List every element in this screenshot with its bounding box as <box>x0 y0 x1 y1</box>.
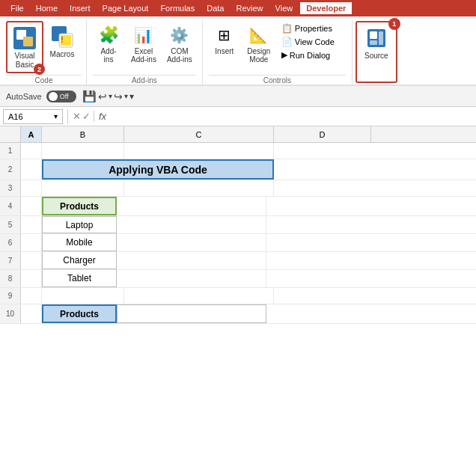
properties-button[interactable]: 📋 Properties <box>279 22 337 34</box>
autosave-toggle[interactable]: Off <box>46 91 76 102</box>
col-header-a[interactable]: A <box>21 126 42 142</box>
cell-d1[interactable] <box>274 143 371 159</box>
run-dialog-button[interactable]: ▶ Run Dialog <box>279 49 337 61</box>
cell-a3[interactable] <box>21 180 42 196</box>
macros-button[interactable]: ! Macros <box>45 21 79 61</box>
insert-control-button[interactable]: ⊞ Insert <box>209 21 240 66</box>
source-label: Source <box>364 52 388 60</box>
cell-b1[interactable] <box>42 143 124 159</box>
formula-input[interactable] <box>111 112 476 121</box>
menu-insert[interactable]: Insert <box>64 2 97 14</box>
cell-a2[interactable] <box>21 159 42 180</box>
run-dialog-label: Run Dialog <box>290 51 330 60</box>
cell-a1[interactable] <box>21 143 42 159</box>
svg-text:!: ! <box>61 36 63 44</box>
table-row: 7 Charger <box>0 252 476 270</box>
menu-file[interactable]: File <box>4 2 30 14</box>
menu-data[interactable]: Data <box>201 2 230 14</box>
cell-d8[interactable] <box>266 270 364 287</box>
excel-add-ins-button[interactable]: 📊 ExcelAdd-ins <box>127 21 160 66</box>
table-row: 3 <box>0 180 476 197</box>
cell-a7[interactable] <box>21 252 42 269</box>
cell-a6[interactable] <box>21 234 42 251</box>
cell-a4[interactable] <box>21 197 42 215</box>
row-num-2: 2 <box>0 159 21 180</box>
cell-a8[interactable] <box>21 270 42 287</box>
cell-b8[interactable]: Tablet <box>42 270 117 287</box>
com-add-ins-button[interactable]: ⚙️ COMAdd-ins <box>163 21 196 66</box>
cell-c4[interactable] <box>117 197 266 215</box>
cell-b7[interactable]: Charger <box>42 252 117 269</box>
menu-view[interactable]: View <box>269 2 299 14</box>
properties-label: Properties <box>295 24 332 33</box>
cell-d6[interactable] <box>266 234 364 251</box>
cell-c8[interactable] <box>117 270 266 287</box>
name-box[interactable]: A16 ▾ <box>3 109 63 124</box>
cell-d4[interactable] <box>266 197 364 215</box>
cancel-formula-icon[interactable]: ✕ <box>73 111 81 122</box>
cell-d5[interactable] <box>266 216 364 233</box>
fx-button[interactable]: fx <box>94 111 111 122</box>
cell-c7[interactable] <box>117 252 266 269</box>
cell-c1[interactable] <box>124 143 274 159</box>
table-row: 9 <box>0 288 476 304</box>
toggle-knob <box>49 92 58 101</box>
cell-d10[interactable] <box>266 304 364 323</box>
cell-c10[interactable] <box>117 304 266 323</box>
macros-icon: ! <box>49 23 76 50</box>
col-header-d[interactable]: D <box>274 126 371 142</box>
svg-rect-10 <box>370 40 377 45</box>
cell-b3[interactable] <box>42 180 124 196</box>
cell-b6[interactable]: Mobile <box>42 234 117 251</box>
menu-review[interactable]: Review <box>230 2 269 14</box>
cell-d2[interactable] <box>274 159 371 180</box>
excel-add-ins-label: ExcelAdd-ins <box>131 47 156 64</box>
customize-icon[interactable]: ▾ <box>129 91 134 102</box>
undo-icon[interactable]: ↩ <box>98 91 107 102</box>
cell-a5[interactable] <box>21 216 42 233</box>
cell-b5[interactable]: Laptop <box>42 216 117 233</box>
col-header-b[interactable]: B <box>42 126 124 142</box>
col-header-c[interactable]: C <box>124 126 274 142</box>
table-row: 2 Applying VBA Code <box>0 159 476 180</box>
menu-developer[interactable]: Developer <box>299 1 353 16</box>
save-icon[interactable]: 💾 <box>82 90 97 103</box>
undo-dropdown-icon[interactable]: ▾ <box>109 92 112 100</box>
cell-a10[interactable] <box>21 304 42 323</box>
cell-d9[interactable] <box>274 288 371 304</box>
cell-c9[interactable] <box>124 288 274 304</box>
design-mode-button[interactable]: 📐 DesignMode <box>243 21 275 66</box>
cell-b2-merged[interactable]: Applying VBA Code <box>42 159 274 180</box>
svg-rect-9 <box>379 31 383 45</box>
cell-a9[interactable] <box>21 288 42 304</box>
visual-basic-button[interactable]: VisualBasic 2 <box>6 21 43 73</box>
menu-page-layout[interactable]: Page Layout <box>97 2 155 14</box>
source-button[interactable]: 1 Source <box>356 21 397 83</box>
ribbon-group-code: VisualBasic 2 ! Macros C <box>4 19 87 85</box>
run-dialog-icon: ▶ <box>281 50 287 60</box>
cell-c6[interactable] <box>117 234 266 251</box>
spreadsheet: A B C D 1 2 Applying VBA Code 3 4 Produc… <box>0 126 476 324</box>
row-num-4: 4 <box>0 197 21 215</box>
cell-d3[interactable] <box>274 180 371 196</box>
ribbon: VisualBasic 2 ! Macros C <box>0 16 476 86</box>
redo-icon[interactable]: ↪ <box>114 91 123 102</box>
row-num-5: 5 <box>0 216 21 233</box>
toolbar-icons: 💾 ↩ ▾ ↪ ▾ ▾ <box>82 90 134 103</box>
menu-home[interactable]: Home <box>30 2 64 14</box>
cell-b4-header[interactable]: Products <box>42 197 117 215</box>
cell-b10-header[interactable]: Products <box>42 304 117 323</box>
confirm-formula-icon[interactable]: ✓ <box>82 111 91 122</box>
add-ins-button[interactable]: 🧩 Add-ins <box>93 21 124 66</box>
row-num-1: 1 <box>0 143 21 159</box>
redo-dropdown-icon[interactable]: ▾ <box>124 92 128 100</box>
view-code-button[interactable]: 📄 View Code <box>279 36 337 48</box>
code-group-label: Code <box>6 75 82 85</box>
cell-c3[interactable] <box>124 180 274 196</box>
cell-b9[interactable] <box>42 288 124 304</box>
cell-d7[interactable] <box>266 252 364 269</box>
com-add-ins-label: COMAdd-ins <box>167 47 192 64</box>
menu-formulas[interactable]: Formulas <box>154 2 201 14</box>
name-box-dropdown[interactable]: ▾ <box>54 112 58 120</box>
cell-c5[interactable] <box>117 216 266 233</box>
